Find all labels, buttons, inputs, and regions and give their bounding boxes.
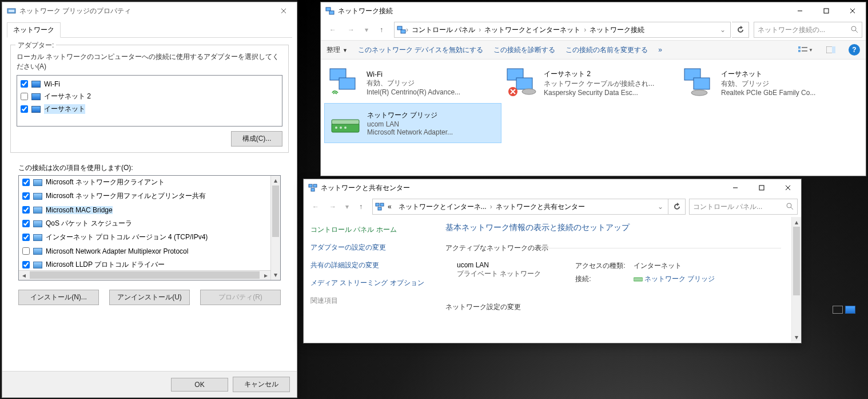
- organize-menu[interactable]: 整理▼: [327, 45, 348, 55]
- connection-item-ethernet[interactable]: イーサネット 有効、ブリッジ Realtek PCIe GbE Family C…: [679, 63, 856, 103]
- connection-item-bridge[interactable]: ネットワーク ブリッジ ucom LAN Microsoft Network A…: [324, 103, 501, 143]
- network-sharing-icon: [308, 183, 317, 192]
- breadcrumb[interactable]: コントロール パネル: [408, 25, 479, 35]
- connection-name: イーサネット 2: [544, 69, 654, 79]
- address-bar[interactable]: « ネットワークとインターネ...› ネットワークと共有センター ⌄: [372, 199, 668, 215]
- nav-back-button[interactable]: ←: [324, 22, 341, 38]
- scroll-left-icon[interactable]: ◂: [19, 271, 29, 279]
- breadcrumb[interactable]: ネットワークとインターネ...: [395, 202, 490, 212]
- install-button[interactable]: インストール(N)...: [18, 290, 99, 305]
- svg-rect-10: [802, 47, 807, 48]
- search-box[interactable]: コントロール パネル...: [689, 199, 798, 215]
- adapter-checkbox[interactable]: [21, 93, 28, 100]
- item-row[interactable]: Microsoft MAC Bridge: [19, 203, 270, 217]
- window-titlebar[interactable]: ネットワーク接続: [321, 2, 866, 19]
- scroll-right-icon[interactable]: ▸: [261, 271, 270, 279]
- item-row[interactable]: Microsoft ネットワーク用クライアント: [19, 176, 270, 189]
- items-label: この接続は次の項目を使用します(O):: [18, 163, 284, 173]
- breadcrumb[interactable]: ネットワークとインターネット: [481, 25, 584, 35]
- close-button[interactable]: [839, 2, 866, 19]
- adapter-checkbox[interactable]: [21, 105, 28, 113]
- control-panel-home-link[interactable]: コントロール パネル ホーム: [310, 225, 428, 235]
- cmd-rename[interactable]: この接続の名前を変更する: [566, 45, 648, 55]
- address-dropdown-icon[interactable]: ⌄: [655, 203, 666, 211]
- nav-forward-button[interactable]: →: [324, 199, 341, 215]
- nav-history-dropdown[interactable]: ▾: [361, 22, 372, 38]
- properties-button[interactable]: プロパティ(R): [200, 290, 281, 305]
- nav-history-dropdown[interactable]: ▾: [341, 199, 353, 215]
- preview-pane-icon: [826, 46, 835, 53]
- cmd-more[interactable]: »: [658, 46, 662, 54]
- scroll-down-icon[interactable]: ▾: [271, 270, 280, 280]
- configure-button[interactable]: 構成(C)...: [231, 131, 282, 147]
- tab-network[interactable]: ネットワーク: [7, 22, 61, 38]
- view-options-button[interactable]: ▼: [798, 44, 813, 56]
- dialog-close-button[interactable]: [270, 2, 297, 19]
- adapter-row[interactable]: Wi-Fi: [21, 78, 278, 90]
- search-placeholder: コントロール パネル...: [693, 202, 762, 212]
- item-checkbox[interactable]: [22, 220, 30, 227]
- breadcrumb[interactable]: «: [384, 203, 395, 211]
- refresh-icon: [736, 26, 744, 34]
- scroll-up-icon[interactable]: ▴: [271, 176, 280, 185]
- close-button[interactable]: [775, 179, 801, 196]
- item-checkbox[interactable]: [22, 206, 30, 214]
- connection-item-wifi[interactable]: Wi-Fi 有効、ブリッジ Intel(R) Centrino(R) Advan…: [324, 63, 501, 103]
- item-checkbox[interactable]: [22, 247, 30, 255]
- nav-up-button[interactable]: ↑: [373, 22, 389, 38]
- uninstall-button[interactable]: アンインストール(U): [109, 290, 190, 305]
- ok-button[interactable]: OK: [171, 378, 228, 392]
- item-row[interactable]: インターネット プロトコル バージョン 4 (TCP/IPv4): [19, 231, 270, 244]
- cancel-button[interactable]: キャンセル: [233, 377, 290, 392]
- nav-back-button[interactable]: ←: [307, 199, 324, 215]
- minimize-button[interactable]: [722, 179, 748, 196]
- refresh-button[interactable]: [668, 199, 686, 215]
- adapter-checkbox[interactable]: [21, 80, 28, 88]
- nsc-scrollbar[interactable]: ▴ ▾: [791, 217, 801, 342]
- scroll-thumb[interactable]: [793, 227, 800, 295]
- scroll-down-icon[interactable]: ▾: [792, 332, 801, 342]
- cmd-diagnose[interactable]: この接続を診断する: [493, 45, 555, 55]
- connection-link[interactable]: ネットワーク ブリッジ: [644, 275, 715, 283]
- item-row[interactable]: QoS パケット スケジューラ: [19, 217, 270, 231]
- breadcrumb[interactable]: ネットワーク接続: [586, 25, 648, 35]
- search-box[interactable]: ネットワーク接続の...: [754, 22, 862, 38]
- item-checkbox[interactable]: [22, 179, 30, 186]
- maximize-button[interactable]: [813, 2, 839, 19]
- svg-rect-17: [516, 78, 532, 89]
- scroll-thumb[interactable]: [272, 185, 279, 237]
- maximize-button[interactable]: [748, 179, 775, 196]
- item-row[interactable]: Microsoft Network Adapter Multiplexor Pr…: [19, 244, 270, 258]
- nav-forward-button[interactable]: →: [343, 22, 360, 38]
- items-scrollbar-vertical[interactable]: ▴ ▾: [270, 176, 280, 280]
- item-checkbox[interactable]: [22, 261, 30, 268]
- item-checkbox[interactable]: [22, 192, 30, 200]
- view-details-icon[interactable]: [833, 306, 843, 314]
- network-adapter-icon: [7, 6, 16, 15]
- sidebar-link-sharing-settings[interactable]: 共有の詳細設定の変更: [310, 260, 428, 270]
- adapter-row[interactable]: イーサネット: [21, 103, 278, 116]
- item-row[interactable]: Microsoft ネットワーク用ファイルとプリンター共有: [19, 189, 270, 203]
- view-large-icon[interactable]: [845, 306, 855, 314]
- refresh-button[interactable]: [732, 22, 749, 38]
- connection-item-ethernet2[interactable]: イーサネット 2 ネットワーク ケーブルが接続され... Kaspersky S…: [501, 63, 679, 103]
- scroll-thumb[interactable]: [30, 271, 260, 279]
- breadcrumb[interactable]: ネットワークと共有センター: [492, 202, 588, 212]
- minimize-button[interactable]: [787, 2, 813, 19]
- cmd-disable-device[interactable]: このネットワーク デバイスを無効にする: [358, 45, 483, 55]
- items-scrollbar-horizontal[interactable]: ◂ ▸: [19, 270, 270, 280]
- sidebar-link-media-streaming[interactable]: メディア ストリーミング オプション: [310, 278, 428, 288]
- connection-status: ネットワーク ケーブルが接続され...: [544, 79, 654, 89]
- adapter-row[interactable]: イーサネット 2: [21, 90, 278, 103]
- dialog-titlebar[interactable]: ネットワーク ブリッジのプロパティ: [2, 2, 297, 19]
- help-button[interactable]: ?: [849, 44, 860, 56]
- address-dropdown-icon[interactable]: ⌄: [718, 26, 728, 34]
- nav-up-button[interactable]: ↑: [353, 199, 369, 215]
- window-titlebar[interactable]: ネットワークと共有センター: [304, 179, 801, 196]
- bridge-link-icon: [634, 276, 643, 282]
- address-bar[interactable]: › コントロール パネル› ネットワークとインターネット› ネットワーク接続 ⌄: [394, 22, 731, 38]
- item-checkbox[interactable]: [22, 234, 30, 241]
- scroll-up-icon[interactable]: ▴: [792, 217, 801, 227]
- sidebar-link-adapter-settings[interactable]: アダプターの設定の変更: [310, 243, 428, 252]
- preview-pane-button[interactable]: [823, 44, 838, 56]
